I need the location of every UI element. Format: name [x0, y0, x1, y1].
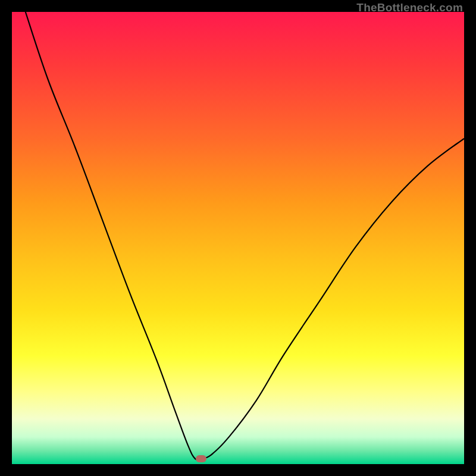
chart-frame: TheBottleneck.com	[0, 0, 476, 476]
watermark-label: TheBottleneck.com	[356, 1, 463, 14]
min-point-marker	[196, 455, 206, 462]
curve-path	[26, 12, 464, 460]
plot-area	[12, 12, 464, 464]
chart-curve	[12, 12, 464, 464]
